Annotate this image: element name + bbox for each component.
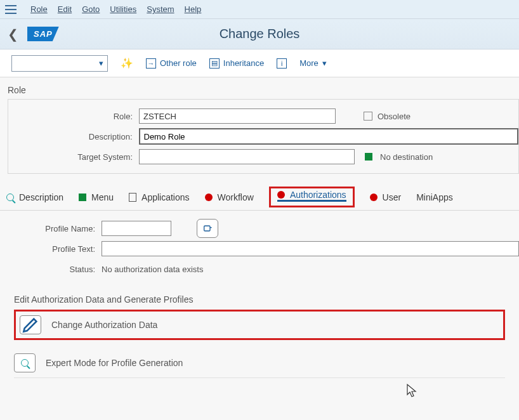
more-menu[interactable]: More ▾: [299, 58, 327, 68]
menu-role[interactable]: Role: [30, 4, 48, 14]
role-label: Role:: [8, 112, 139, 121]
page-title: Change Roles: [220, 27, 300, 41]
tab-menu[interactable]: Menu: [79, 184, 114, 210]
change-auth-button[interactable]: [20, 315, 41, 334]
back-button[interactable]: ❮: [8, 27, 18, 42]
target-status-icon: [365, 153, 372, 161]
change-auth-label: Change Authorization Data: [51, 320, 157, 330]
sap-logo: SAP: [27, 27, 59, 41]
red-status-icon: [370, 194, 378, 201]
profile-text-input[interactable]: [102, 241, 519, 256]
grid-icon: ▤: [209, 58, 220, 69]
tab-applications[interactable]: Applications: [129, 184, 190, 210]
obsolete-label: Obsolete: [378, 112, 411, 121]
toolbar: ▾ ✨ → Other role ▤ Inheritance i More ▾: [0, 49, 519, 77]
description-input[interactable]: [139, 128, 519, 145]
green-status-icon: [79, 194, 86, 201]
titlebar: ❮ SAP Change Roles: [0, 19, 519, 49]
profile-text-label: Profile Text:: [13, 244, 102, 254]
expert-mode-row: Expert Mode for Profile Generation: [14, 348, 505, 378]
no-destination-label: No destination: [380, 152, 433, 162]
role-section-header: Role: [0, 77, 519, 99]
status-value: No authorization data exists: [102, 265, 203, 274]
other-role-link[interactable]: → Other role: [146, 58, 197, 69]
tab-authorizations[interactable]: Authorizations: [277, 190, 346, 202]
status-label: Status:: [13, 265, 102, 274]
other-role-label: Other role: [160, 58, 197, 68]
more-label: More: [299, 58, 319, 68]
target-system-label: Target System:: [8, 152, 139, 162]
menu-goto[interactable]: Goto: [82, 4, 100, 14]
tab-description[interactable]: Description: [6, 184, 63, 210]
magnifier-icon: [21, 359, 29, 367]
menu-edit[interactable]: Edit: [58, 4, 72, 14]
profile-name-input[interactable]: [102, 221, 171, 236]
target-system-input[interactable]: [139, 149, 355, 164]
info-icon[interactable]: i: [277, 58, 287, 69]
inheritance-link[interactable]: ▤ Inheritance: [209, 58, 264, 69]
magic-wand-icon[interactable]: ✨: [121, 57, 133, 69]
profile-browse-button[interactable]: [197, 219, 218, 238]
menu-help[interactable]: Help: [185, 4, 202, 14]
change-auth-row: Change Authorization Data: [14, 310, 505, 340]
description-label: Description:: [8, 132, 139, 141]
menu-utilities[interactable]: Utilities: [110, 4, 136, 14]
edit-auth-header: Edit Authorization Data and Generate Pro…: [0, 279, 519, 310]
highlight-box-tabs: Authorizations: [269, 187, 355, 207]
arrow-icon: →: [146, 58, 156, 69]
document-icon: [129, 193, 136, 202]
toolbar-dropdown[interactable]: ▾: [11, 55, 108, 72]
magnifier-icon: [6, 194, 14, 201]
expert-mode-label: Expert Mode for Profile Generation: [46, 358, 183, 368]
hamburger-icon[interactable]: [5, 5, 16, 14]
profile-name-label: Profile Name:: [13, 224, 102, 233]
menubar: Role Edit Goto Utilities System Help: [0, 0, 519, 19]
obsolete-checkbox[interactable]: [364, 112, 372, 121]
role-panel: Role: Obsolete Description: Target Syste…: [8, 99, 519, 174]
red-status-icon: [277, 191, 285, 199]
red-status-icon: [205, 194, 213, 201]
menu-system[interactable]: System: [147, 4, 174, 14]
expert-mode-button[interactable]: [14, 353, 36, 372]
tab-bar: Description Menu Applications Workflow A…: [0, 184, 519, 211]
profile-panel: Profile Name: Profile Text: Status: No a…: [0, 211, 519, 279]
svg-rect-0: [204, 226, 210, 231]
chevron-down-icon: ▾: [322, 58, 327, 68]
inheritance-label: Inheritance: [223, 58, 264, 68]
tab-workflow[interactable]: Workflow: [205, 184, 254, 210]
cursor-icon: [406, 383, 419, 398]
role-input[interactable]: [139, 108, 336, 124]
tab-user[interactable]: User: [370, 184, 402, 210]
tab-miniapps[interactable]: MiniApps: [416, 184, 453, 210]
